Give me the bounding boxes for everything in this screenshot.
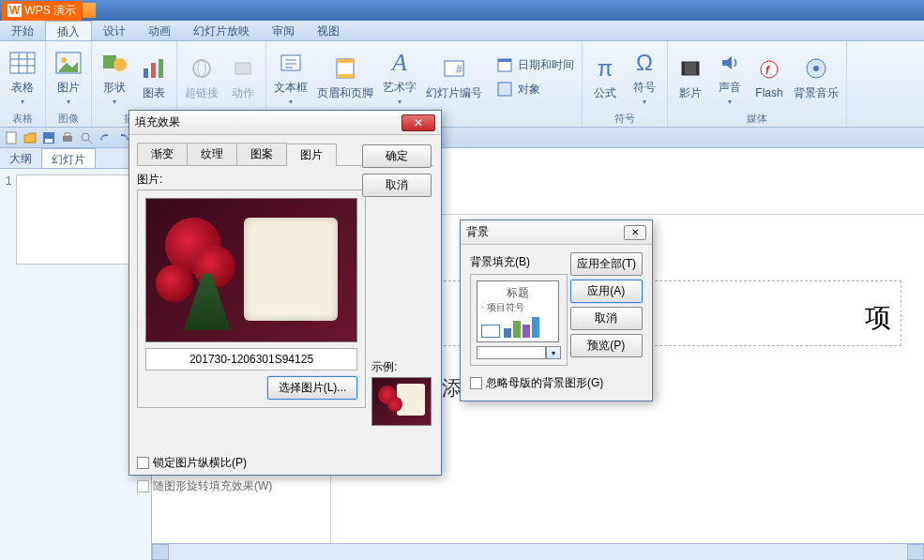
bgmusic-icon — [801, 53, 831, 83]
equation-button[interactable]: π 公式 — [586, 52, 624, 103]
menu-animation[interactable]: 动画 — [137, 21, 182, 40]
action-icon — [228, 53, 258, 83]
ribbon-group-symbol: π 公式 Ω 符号▾ 符号 — [583, 41, 668, 127]
title-bar: W WPS 演示 — [0, 0, 924, 21]
preview-icon[interactable] — [79, 130, 94, 145]
apply-button[interactable]: 应用(A) — [570, 280, 643, 303]
header-footer-icon — [330, 53, 360, 83]
scroll-left-icon[interactable] — [152, 544, 169, 560]
ribbon-group-image: 图片▾ 图像 — [46, 41, 92, 127]
tab-pattern[interactable]: 图案 — [236, 143, 287, 165]
action-button[interactable]: 动作 — [224, 52, 262, 103]
print-icon[interactable] — [60, 130, 75, 145]
menu-insert[interactable]: 插入 — [45, 21, 92, 40]
menu-design[interactable]: 设计 — [92, 21, 137, 40]
bg-dialog-buttons: 应用全部(T) 应用(A) 取消 预览(P) — [570, 252, 643, 357]
svg-rect-34 — [7, 132, 16, 144]
select-picture-button[interactable]: 选择图片(L)... — [267, 376, 357, 400]
app-icon: W — [8, 4, 22, 17]
cancel-button[interactable]: 取消 — [362, 174, 432, 197]
textbox-button[interactable]: 文本框▾ — [270, 46, 311, 108]
hyperlink-icon — [187, 53, 217, 83]
svg-rect-20 — [337, 59, 354, 63]
svg-rect-25 — [498, 59, 511, 62]
hyperlink-button[interactable]: 超链接 — [181, 52, 222, 103]
tab-gradient[interactable]: 渐变 — [137, 143, 188, 165]
app-badge: W WPS 演示 — [2, 1, 82, 21]
cancel-button[interactable]: 取消 — [570, 307, 643, 330]
bg-dialog-titlebar[interactable]: 背景 ✕ — [461, 220, 652, 245]
sound-icon — [715, 48, 745, 78]
horizontal-scrollbar[interactable] — [152, 543, 924, 560]
slide-number-icon: # — [439, 53, 469, 83]
new-icon[interactable] — [4, 130, 19, 145]
bg-color-dropdown[interactable]: ▾ — [546, 346, 561, 359]
svg-rect-37 — [63, 136, 72, 142]
menu-start[interactable]: 开始 — [0, 21, 45, 40]
lock-aspect-label: 锁定图片纵横比(P) — [153, 455, 247, 471]
menu-view[interactable]: 视图 — [306, 21, 351, 40]
save-icon[interactable] — [41, 130, 56, 145]
fill-dialog-titlebar[interactable]: 填充效果 ✕ — [129, 111, 441, 135]
sample-area: 示例: — [371, 356, 432, 426]
tab-texture[interactable]: 纹理 — [187, 143, 237, 165]
lock-aspect-row[interactable]: 锁定图片纵横比(P) — [137, 455, 366, 471]
flash-button[interactable]: f Flash — [750, 53, 788, 101]
ignore-master-checkbox[interactable] — [470, 377, 482, 389]
tab-outline[interactable]: 大纲 — [0, 148, 41, 168]
preview-button[interactable]: 预览(P) — [570, 334, 643, 357]
menu-slideshow[interactable]: 幻灯片放映 — [182, 21, 261, 40]
svg-rect-9 — [144, 68, 148, 78]
bg-dialog-title: 背景 — [466, 224, 489, 240]
rotate-label: 随图形旋转填充效果(W) — [153, 478, 272, 494]
svg-rect-21 — [337, 74, 354, 78]
bgmusic-button[interactable]: 背景音乐 — [790, 52, 842, 103]
svg-rect-29 — [696, 62, 699, 75]
svg-rect-14 — [235, 63, 250, 74]
close-button[interactable]: ✕ — [401, 114, 435, 131]
picture-button[interactable]: 图片▾ — [50, 46, 87, 108]
sound-button[interactable]: 声音▾ — [711, 46, 749, 108]
scroll-right-icon[interactable] — [907, 544, 924, 560]
flash-icon: f — [754, 54, 784, 84]
object-icon — [495, 80, 514, 98]
bg-color-selector[interactable] — [477, 346, 546, 359]
chart-icon — [139, 53, 169, 83]
wordart-button[interactable]: A 艺术字▾ — [379, 46, 420, 108]
picture-panel: 201730-1206301S94125 选择图片(L)... — [137, 189, 366, 408]
undo-icon[interactable] — [98, 130, 113, 145]
open-icon[interactable] — [23, 130, 38, 145]
app-menu-dropdown[interactable] — [83, 3, 96, 18]
group-label-media: 媒体 — [672, 111, 842, 127]
scroll-track[interactable] — [169, 544, 907, 560]
datetime-button[interactable]: 日期和时间 — [492, 53, 578, 76]
tab-picture[interactable]: 图片 — [286, 144, 337, 166]
chart-button[interactable]: 图表 — [135, 52, 173, 103]
bg-preview-bullet: · 项目符号 — [481, 301, 554, 314]
header-footer-button[interactable]: 页眉和页脚 — [313, 52, 377, 103]
fill-dialog-buttons: 确定 取消 — [362, 144, 432, 197]
symbol-button[interactable]: Ω 符号▾ — [626, 46, 663, 108]
svg-rect-15 — [281, 55, 300, 70]
tab-slides[interactable]: 幻灯片 — [41, 148, 96, 168]
close-button[interactable]: ✕ — [624, 225, 646, 240]
rotate-checkbox — [137, 480, 149, 492]
table-button[interactable]: 表格▾ — [4, 46, 41, 108]
bg-preview-title: 标题 — [481, 285, 554, 301]
lock-aspect-checkbox[interactable] — [137, 457, 149, 469]
movie-button[interactable]: 影片 — [672, 52, 709, 103]
svg-point-13 — [198, 60, 205, 77]
bg-preview-bars — [504, 317, 539, 338]
svg-line-40 — [88, 140, 92, 144]
slide-preview — [16, 174, 138, 265]
apply-all-button[interactable]: 应用全部(T) — [570, 252, 643, 276]
menu-review[interactable]: 审阅 — [261, 21, 306, 40]
slide-thumbnail[interactable]: 1 — [6, 174, 145, 265]
ignore-master-row[interactable]: 忽略母版的背景图形(G) — [470, 375, 643, 391]
object-button[interactable]: 对象 — [492, 78, 578, 100]
rotate-row: 随图形旋转填充效果(W) — [137, 478, 433, 494]
slide-number-button[interactable]: # 幻灯片编号 — [422, 52, 486, 103]
ok-button[interactable]: 确定 — [362, 144, 432, 168]
fill-dialog-title: 填充效果 — [135, 114, 180, 130]
shapes-button[interactable]: 形状▾ — [96, 46, 133, 108]
